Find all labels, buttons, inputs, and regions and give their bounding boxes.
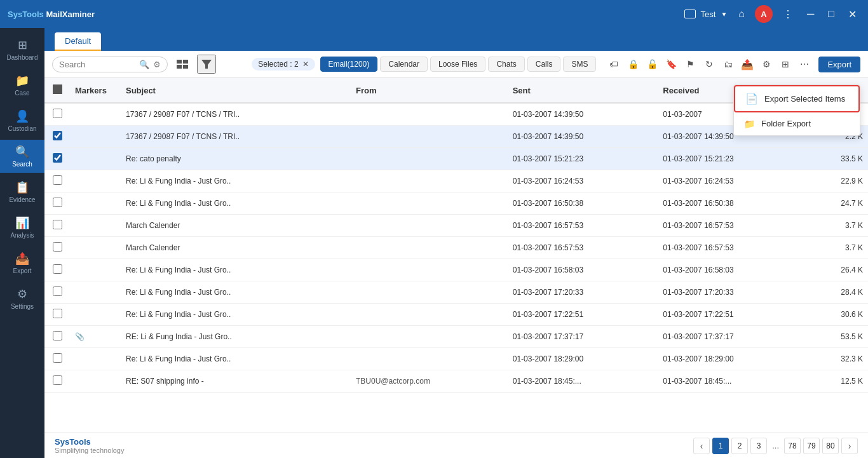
sidebar-item-export[interactable]: 📤 Export bbox=[0, 246, 44, 280]
row-from-11 bbox=[351, 326, 508, 348]
page-78-button[interactable]: 78 bbox=[784, 438, 801, 454]
settings-icon-toolbar[interactable]: ⚙ bbox=[757, 55, 775, 73]
row-checkbox-12[interactable] bbox=[53, 353, 62, 363]
pill-calls[interactable]: Calls bbox=[527, 57, 561, 72]
home-button[interactable]: ⌂ bbox=[735, 7, 749, 21]
export-icon-toolbar[interactable]: 📤 bbox=[738, 55, 756, 73]
tag-icon[interactable]: 🏷 bbox=[605, 55, 623, 73]
row-checkbox-2[interactable] bbox=[53, 131, 62, 140]
row-markers-13 bbox=[70, 370, 121, 393]
row-checkbox-cell[interactable] bbox=[44, 348, 70, 370]
close-button[interactable]: ✕ bbox=[844, 7, 860, 22]
row-checkbox-3[interactable] bbox=[53, 153, 62, 163]
folder-export-option[interactable]: 📁 Folder Export bbox=[734, 112, 860, 135]
pill-chats[interactable]: Chats bbox=[488, 57, 524, 72]
row-subject-11[interactable]: RE: Li & Fung India - Just Gro.. bbox=[121, 326, 351, 348]
grid-icon-toolbar[interactable]: ⊞ bbox=[776, 55, 794, 73]
row-from-8 bbox=[351, 259, 508, 281]
more-icon-toolbar[interactable]: ⋯ bbox=[796, 55, 813, 73]
row-checkbox-11[interactable] bbox=[53, 331, 62, 340]
row-from-1 bbox=[351, 103, 508, 126]
folder-icon-toolbar[interactable]: 🗂 bbox=[719, 55, 737, 73]
view-toggle-button[interactable] bbox=[173, 55, 192, 74]
row-checkbox-cell[interactable] bbox=[44, 304, 70, 326]
flag-icon[interactable]: ⚑ bbox=[681, 55, 699, 73]
clear-selection-button[interactable]: ✕ bbox=[302, 60, 309, 69]
row-subject-5[interactable]: Re: Li & Fung India - Just Gro.. bbox=[121, 192, 351, 215]
search-settings-icon[interactable]: ⚙ bbox=[153, 60, 161, 69]
sidebar-item-case[interactable]: 📁 Case bbox=[0, 69, 44, 102]
row-subject-4[interactable]: Re: Li & Fung India - Just Gro.. bbox=[121, 170, 351, 192]
table-row: Re: Li & Fung India - Just Gro.. 01-03-2… bbox=[44, 170, 868, 192]
row-subject-7[interactable]: March Calender bbox=[121, 237, 351, 259]
app-title: SysTools MailXaminer bbox=[8, 10, 677, 19]
search-glass-icon[interactable]: 🔍 bbox=[139, 60, 149, 69]
minimize-button[interactable]: ─ bbox=[803, 7, 818, 21]
row-subject-9[interactable]: Re: Li & Fung India - Just Gro.. bbox=[121, 281, 351, 304]
maximize-button[interactable]: □ bbox=[824, 7, 838, 21]
next-page-button[interactable]: › bbox=[841, 438, 858, 454]
window-dropdown-arrow[interactable]: ▼ bbox=[721, 11, 727, 18]
row-subject-8[interactable]: Re: Li & Fung India - Just Gro.. bbox=[121, 259, 351, 281]
prev-page-button[interactable]: ‹ bbox=[693, 438, 710, 454]
row-checkbox-5[interactable] bbox=[53, 198, 62, 207]
row-checkbox-cell[interactable] bbox=[44, 237, 70, 259]
row-checkbox-1[interactable] bbox=[53, 109, 62, 118]
sidebar-item-dashboard[interactable]: ⊞ Dashboard bbox=[0, 33, 44, 66]
row-checkbox-9[interactable] bbox=[53, 286, 62, 296]
sidebar-item-search[interactable]: 🔍 Search bbox=[0, 140, 44, 173]
sidebar-item-custodian[interactable]: 👤 Custodian bbox=[0, 104, 44, 137]
row-subject-1[interactable]: 17367 / 29087 F07 / TCNS / TRI.. bbox=[121, 103, 351, 126]
row-checkbox-cell[interactable] bbox=[44, 259, 70, 281]
lock-open-icon[interactable]: 🔓 bbox=[643, 55, 661, 73]
table-row: Re: Li & Fung India - Just Gro.. 01-03-2… bbox=[44, 348, 868, 370]
export-button[interactable]: Export bbox=[818, 57, 860, 72]
row-size-5: 24.7 K bbox=[808, 192, 868, 215]
row-checkbox-4[interactable] bbox=[53, 175, 62, 185]
search-input[interactable] bbox=[59, 60, 135, 69]
row-checkbox-cell[interactable] bbox=[44, 126, 70, 148]
filter-button[interactable] bbox=[197, 55, 216, 74]
row-checkbox-cell[interactable] bbox=[44, 192, 70, 215]
pill-calendar[interactable]: Calendar bbox=[380, 57, 428, 72]
tab-default[interactable]: Default bbox=[55, 32, 101, 51]
row-checkbox-6[interactable] bbox=[53, 220, 62, 229]
row-checkbox-cell[interactable] bbox=[44, 148, 70, 170]
row-subject-10[interactable]: Re: Li & Fung India - Just Gro.. bbox=[121, 304, 351, 326]
row-subject-12[interactable]: Re: Li & Fung India - Just Gro.. bbox=[121, 348, 351, 370]
select-all-header[interactable] bbox=[44, 78, 70, 103]
row-checkbox-cell[interactable] bbox=[44, 370, 70, 393]
row-sent-10: 01-03-2007 17:22:51 bbox=[508, 304, 658, 326]
row-checkbox-cell[interactable] bbox=[44, 281, 70, 304]
row-checkbox-cell[interactable] bbox=[44, 326, 70, 348]
page-1-button[interactable]: 1 bbox=[712, 438, 729, 454]
row-checkbox-7[interactable] bbox=[53, 242, 62, 252]
bookmark-icon[interactable]: 🔖 bbox=[662, 55, 680, 73]
row-checkbox-13[interactable] bbox=[53, 375, 62, 385]
row-subject-2[interactable]: 17367 / 29087 F07 / TCNS / TRI.. bbox=[121, 126, 351, 148]
refresh-icon[interactable]: ↻ bbox=[700, 55, 718, 73]
page-2-button[interactable]: 2 bbox=[731, 438, 748, 454]
row-checkbox-8[interactable] bbox=[53, 264, 62, 274]
row-subject-3[interactable]: Re: cato penalty bbox=[121, 148, 351, 170]
lock-closed-icon[interactable]: 🔒 bbox=[624, 55, 642, 73]
page-80-button[interactable]: 80 bbox=[822, 438, 839, 454]
sidebar-item-analysis[interactable]: 📊 Analysis bbox=[0, 211, 44, 244]
row-checkbox-10[interactable] bbox=[53, 309, 62, 318]
pill-email[interactable]: Email(1200) bbox=[320, 57, 378, 72]
more-options-button[interactable]: ⋮ bbox=[779, 7, 797, 22]
row-subject-13[interactable]: RE: S07 shipping info - bbox=[121, 370, 351, 393]
export-selected-items-option[interactable]: 📄 Export Selected Items bbox=[734, 85, 860, 112]
pill-sms[interactable]: SMS bbox=[563, 57, 596, 72]
sidebar-item-evidence[interactable]: 📋 Evidence bbox=[0, 175, 44, 208]
page-3-button[interactable]: 3 bbox=[750, 438, 767, 454]
page-79-button[interactable]: 79 bbox=[803, 438, 820, 454]
row-checkbox-cell[interactable] bbox=[44, 215, 70, 237]
row-checkbox-cell[interactable] bbox=[44, 170, 70, 192]
sidebar-item-settings[interactable]: ⚙ Settings bbox=[0, 282, 44, 315]
pill-loose-files[interactable]: Loose Files bbox=[430, 57, 485, 72]
row-checkbox-cell[interactable] bbox=[44, 103, 70, 126]
select-all-checkbox[interactable] bbox=[53, 84, 62, 94]
svg-rect-1 bbox=[183, 60, 188, 64]
row-subject-6[interactable]: March Calender bbox=[121, 215, 351, 237]
